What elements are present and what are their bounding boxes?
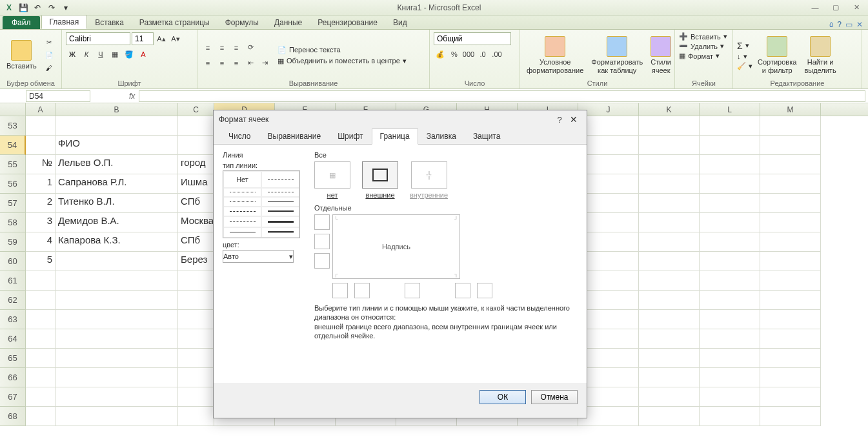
cell[interactable] — [578, 407, 639, 426]
orientation-icon[interactable]: ⟳ — [244, 41, 257, 54]
cell[interactable] — [26, 136, 56, 155]
tab-page-layout[interactable]: Разметка страницы — [132, 16, 217, 29]
cell[interactable] — [760, 194, 821, 213]
row-header[interactable]: 55 — [0, 155, 26, 174]
format-as-table-button[interactable]: Форматировать как таблицу — [589, 35, 645, 75]
col-header[interactable]: M — [760, 103, 821, 116]
cell[interactable]: Москва — [178, 213, 214, 232]
cell[interactable] — [639, 271, 700, 291]
line-style-option[interactable] — [261, 171, 299, 188]
tab-view[interactable]: Вид — [385, 16, 415, 29]
cell[interactable] — [578, 252, 639, 271]
row-header[interactable]: 53 — [0, 116, 26, 136]
cell[interactable] — [178, 329, 214, 349]
borders-icon[interactable]: ▦ — [108, 48, 121, 61]
cell[interactable] — [639, 349, 700, 368]
increase-font-icon[interactable]: A▴ — [155, 32, 168, 45]
cell[interactable] — [700, 116, 760, 136]
conditional-formatting-button[interactable]: Условное форматирование — [524, 35, 586, 75]
row-header[interactable]: 59 — [0, 232, 26, 252]
cell[interactable]: 2 — [26, 194, 56, 213]
row-header[interactable]: 58 — [0, 213, 26, 232]
cell[interactable] — [639, 368, 700, 387]
border-top-button[interactable] — [314, 214, 330, 230]
file-tab[interactable]: Файл — [3, 16, 40, 29]
cell[interactable] — [26, 329, 56, 349]
cell[interactable] — [56, 329, 178, 349]
dialog-tab-number[interactable]: Число — [220, 128, 259, 144]
cell[interactable] — [700, 213, 760, 232]
row-header[interactable]: 57 — [0, 194, 26, 213]
decrease-indent-icon[interactable]: ⇤ — [244, 57, 257, 70]
dialog-close-icon[interactable]: ✕ — [566, 113, 581, 126]
row-header[interactable]: 67 — [0, 387, 26, 407]
paste-button[interactable]: Вставить — [4, 39, 39, 71]
cell[interactable] — [178, 271, 214, 291]
cell[interactable] — [26, 368, 56, 387]
cell[interactable] — [56, 116, 178, 136]
currency-icon[interactable]: 💰 — [434, 48, 447, 61]
bold-button[interactable]: Ж — [66, 48, 79, 61]
line-style-option[interactable] — [261, 216, 299, 227]
dialog-tab-alignment[interactable]: Выравнивание — [259, 128, 330, 144]
row-header[interactable]: 54 — [0, 136, 26, 155]
qat-customize-icon[interactable]: ▾ — [59, 1, 72, 14]
align-top-icon[interactable]: ≡ — [201, 41, 214, 54]
col-header[interactable]: C — [178, 103, 214, 116]
fill-color-icon[interactable]: 🪣 — [123, 48, 136, 61]
cell[interactable] — [639, 310, 700, 329]
cell[interactable] — [760, 116, 821, 136]
line-style-option[interactable] — [261, 197, 299, 207]
cell[interactable]: Сапранова Р.Л. — [56, 174, 178, 194]
cell[interactable] — [578, 271, 639, 291]
cell[interactable] — [26, 349, 56, 368]
cell[interactable] — [700, 310, 760, 329]
fill-button[interactable]: ↓▾ — [737, 52, 752, 61]
cell[interactable] — [56, 310, 178, 329]
cell[interactable] — [578, 174, 639, 194]
col-header[interactable]: B — [56, 103, 178, 116]
cell[interactable] — [700, 155, 760, 174]
cell[interactable] — [56, 368, 178, 387]
cell[interactable] — [639, 232, 700, 252]
align-right-icon[interactable]: ≡ — [230, 57, 243, 70]
cell[interactable] — [639, 194, 700, 213]
fx-icon[interactable]: fx — [129, 92, 135, 101]
increase-decimal-icon[interactable]: .0 — [476, 48, 489, 61]
border-center-button[interactable] — [405, 283, 420, 298]
cell[interactable]: Титенко В.Л. — [56, 194, 178, 213]
row-header[interactable]: 63 — [0, 310, 26, 329]
cell[interactable] — [178, 136, 214, 155]
italic-button[interactable]: К — [80, 48, 93, 61]
tab-insert[interactable]: Вставка — [87, 16, 132, 29]
border-bottom-button[interactable] — [314, 253, 330, 269]
cell[interactable] — [578, 136, 639, 155]
cell[interactable] — [578, 349, 639, 368]
find-select-button[interactable]: Найти и выделить — [802, 35, 838, 75]
cell[interactable] — [700, 271, 760, 291]
row-header[interactable]: 60 — [0, 252, 26, 271]
increase-indent-icon[interactable]: ⇥ — [258, 57, 271, 70]
cell[interactable] — [760, 136, 821, 155]
cell[interactable] — [760, 155, 821, 174]
dialog-help-icon[interactable]: ? — [553, 115, 566, 125]
row-header[interactable]: 66 — [0, 368, 26, 387]
cell[interactable] — [578, 232, 639, 252]
cell[interactable] — [578, 368, 639, 387]
align-bottom-icon[interactable]: ≡ — [230, 41, 243, 54]
decrease-decimal-icon[interactable]: .00 — [490, 48, 503, 61]
cell[interactable] — [700, 291, 760, 310]
tab-formulas[interactable]: Формулы — [217, 16, 267, 29]
cell[interactable] — [578, 387, 639, 407]
font-size-select[interactable] — [132, 32, 154, 45]
cell[interactable] — [56, 407, 178, 426]
cell[interactable] — [578, 116, 639, 136]
cell[interactable] — [700, 407, 760, 426]
cell[interactable] — [578, 155, 639, 174]
cell[interactable] — [760, 310, 821, 329]
cell[interactable] — [760, 252, 821, 271]
cell[interactable]: Капарова К.З. — [56, 232, 178, 252]
redo-icon[interactable]: ↷ — [45, 1, 58, 14]
font-name-select[interactable] — [66, 32, 130, 45]
line-style-option[interactable] — [261, 188, 299, 198]
